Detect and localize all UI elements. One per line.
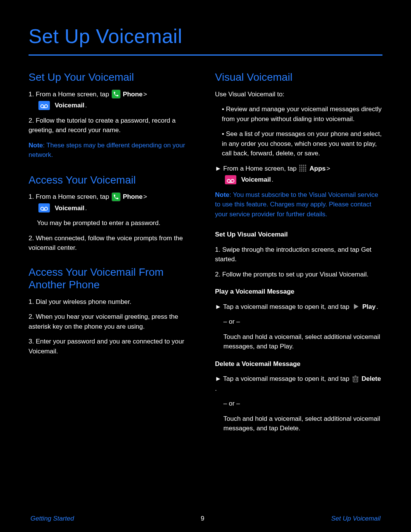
delete-or: – or – — [215, 399, 382, 409]
phone-icon — [112, 89, 121, 99]
delete-title: Delete a Voicemail Message — [215, 359, 382, 369]
svg-point-12 — [303, 167, 304, 168]
visual-voicemail-icon — [225, 175, 236, 184]
svg-point-9 — [305, 165, 306, 166]
right-column: Visual Voicemail Use Visual Voicemail to… — [215, 71, 382, 439]
setup-visual-title: Set Up Visual Voicemail — [215, 230, 382, 240]
apps-label: Apps — [309, 164, 326, 174]
section-setup-title: Set Up Your Voicemail — [29, 71, 196, 84]
setup-step2: 2. Follow the tutorial to create a passw… — [29, 116, 196, 135]
svg-point-13 — [305, 167, 306, 168]
visual-launch-b: Voicemail . — [215, 175, 382, 185]
svg-point-14 — [299, 169, 301, 170]
svg-point-7 — [301, 165, 303, 166]
section-visual-title: Visual Voicemail — [215, 71, 382, 84]
svg-point-20 — [303, 171, 304, 172]
section-another-title: Access Your Voicemail From Another Phone — [29, 266, 196, 291]
svg-point-4 — [45, 207, 48, 210]
another-step3: 3. Enter your password and you are conne… — [29, 337, 196, 356]
voicemail-label: Voicemail — [55, 101, 84, 110]
svg-point-0 — [41, 105, 44, 108]
svg-point-6 — [299, 165, 301, 166]
setup-note: Note: These steps may be different depen… — [29, 141, 196, 160]
svg-point-10 — [299, 167, 301, 168]
visual-bullet-1: • Review and manage your voicemail messa… — [215, 104, 382, 124]
setup-visual-step1: 1. Swipe through the introduction screen… — [215, 245, 382, 264]
page-title: Set Up Voicemail — [29, 25, 382, 48]
visual-launch: ► From a Home screen, tap Apps > — [215, 164, 382, 174]
svg-point-11 — [301, 167, 303, 168]
delete-label: Delete — [362, 374, 381, 384]
footer-section: Getting Started — [30, 515, 74, 522]
section-access-title: Access Your Voicemail — [29, 174, 196, 187]
voicemail-icon — [38, 203, 50, 212]
another-step1: 1. Dial your wireless phone number. — [29, 297, 196, 307]
phone-label: Phone — [123, 89, 143, 99]
svg-point-16 — [303, 169, 304, 170]
svg-rect-25 — [353, 377, 358, 382]
visual-intro: Use Visual Voicemail to: — [215, 89, 382, 99]
svg-point-8 — [303, 165, 304, 166]
access-or: You may be prompted to enter a password. — [29, 218, 196, 228]
footer-page-number: 9 — [201, 515, 204, 522]
svg-point-23 — [231, 179, 234, 182]
visual-note: Note: You must subscribe to the Visual V… — [215, 190, 382, 219]
play-icon — [352, 302, 360, 311]
access-step2: 2. When connected, follow the voice prom… — [29, 233, 196, 253]
voicemail-label: Voicemail — [55, 203, 84, 213]
delete-alt: Touch and hold a voicemail, select addit… — [215, 414, 382, 433]
title-divider — [29, 54, 382, 56]
svg-point-1 — [45, 105, 48, 108]
svg-point-15 — [301, 169, 303, 170]
left-column: Set Up Your Voicemail 1. From a Home scr… — [29, 71, 196, 439]
access-step1: 1. From a Home screen, tap Phone > — [29, 192, 196, 202]
play-or: – or – — [215, 317, 382, 327]
delete-step: ► Tap a voicemail message to open it, an… — [215, 374, 382, 393]
svg-point-19 — [301, 171, 303, 172]
svg-point-21 — [305, 171, 306, 172]
setup-visual-step2: 2. Follow the prompts to set up your Vis… — [215, 270, 382, 280]
setup-step1: 1. From a Home screen, tap Phone > — [29, 89, 196, 99]
svg-point-18 — [299, 171, 301, 172]
voicemail-label: Voicemail — [241, 175, 271, 185]
play-label: Play — [362, 302, 376, 312]
delete-icon — [352, 375, 359, 383]
voicemail-icon — [38, 101, 50, 110]
play-title: Play a Voicemail Message — [215, 287, 382, 297]
apps-icon — [299, 164, 307, 173]
visual-bullet-2: • See a list of your messages on your ph… — [215, 129, 382, 158]
svg-point-22 — [227, 179, 230, 182]
phone-icon — [112, 192, 121, 201]
play-step: ► Tap a voicemail message to open it, an… — [215, 302, 382, 312]
setup-step1b: Voicemail . — [29, 101, 196, 110]
svg-point-17 — [305, 169, 306, 170]
access-step1b: Voicemail . — [29, 203, 196, 213]
svg-point-3 — [41, 207, 44, 210]
play-alt: Touch and hold a voicemail, select addit… — [215, 332, 382, 351]
footer: Getting Started 9 Set Up Voicemail — [0, 505, 411, 532]
another-step2: 2. When you hear your voicemail greeting… — [29, 312, 196, 331]
footer-topic: Set Up Voicemail — [331, 515, 381, 522]
phone-label: Phone — [123, 192, 143, 202]
